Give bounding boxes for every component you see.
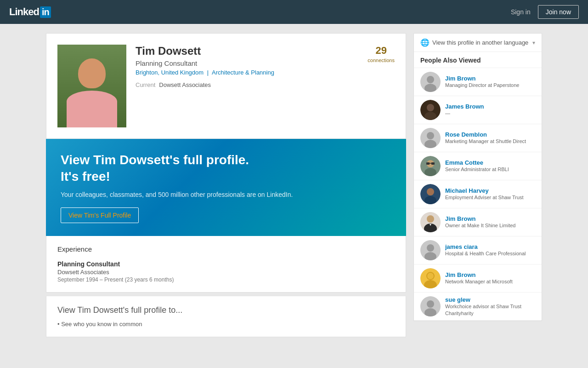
avatar	[420, 296, 441, 316]
job-title: Planning Consultant	[57, 260, 395, 268]
location-text: Brighton, United Kingdom	[136, 69, 204, 76]
industry-text: Architecture & Planning	[212, 69, 274, 76]
pipe-divider: |	[207, 69, 209, 76]
person-row[interactable]: Jim Brown Network Manager at Microsoft	[414, 264, 542, 293]
person-details: Emma Cottee Senior Administrator at RBLI	[445, 159, 535, 172]
person-description: —	[445, 110, 535, 116]
language-text: View this profile in another language	[432, 39, 530, 46]
person-row[interactable]: Jim Brown Managing Director at Paperston…	[414, 68, 542, 96]
svg-point-16	[427, 188, 434, 196]
svg-point-30	[427, 300, 434, 308]
main-container: Tim Dowsett Planning Consultant Brighton…	[41, 33, 547, 337]
sign-in-link[interactable]: Sign in	[511, 8, 531, 16]
current-job: Current Dowsett Associates	[136, 81, 395, 88]
profile-card: Tim Dowsett Planning Consultant Brighton…	[46, 33, 406, 139]
svg-rect-12	[431, 162, 435, 165]
person-description: Network Manager at Microsoft	[445, 278, 535, 285]
profile-photo	[57, 45, 126, 127]
person-description: Employment Adviser at Shaw Trust	[445, 194, 535, 201]
globe-icon: 🌐	[420, 38, 430, 47]
experience-section-title: Experience	[57, 245, 395, 253]
person-details: Jim Brown Managing Director at Paperston…	[445, 75, 535, 88]
avatar	[420, 72, 441, 92]
chevron-down-icon: ▾	[532, 40, 535, 46]
banner-title: View Tim Dowsett's full profile. It's fr…	[61, 152, 391, 185]
btn-part1: View Tim's	[68, 212, 101, 219]
header-nav: Sign in Join now	[511, 5, 579, 19]
language-bar[interactable]: 🌐 View this profile in another language …	[414, 34, 542, 52]
person-details: Rose Demblon Marketing Manager at Shuttl…	[445, 131, 535, 144]
person-name: Jim Brown	[445, 75, 535, 82]
current-company: Dowsett Associates	[159, 81, 211, 88]
person-description: Managing Director at Paperstone	[445, 82, 535, 88]
svg-point-7	[427, 132, 434, 139]
btn-highlight: Full Profile	[101, 212, 131, 219]
person-description: Workchoice advisor at Shaw Trust Charity…	[445, 303, 535, 316]
person-name: Rose Demblon	[445, 131, 535, 138]
avatar	[420, 240, 441, 260]
svg-point-28	[427, 273, 434, 279]
photo-head	[78, 58, 106, 88]
svg-point-1	[427, 76, 434, 83]
view-full-profile-button[interactable]: View Tim's Full Profile	[61, 207, 139, 223]
person-row[interactable]: james ciara Hospital & Health Care Profe…	[414, 236, 542, 264]
avatar	[420, 268, 441, 288]
person-row[interactable]: Jim Brown Owner at Make It Shine Limited	[414, 208, 542, 236]
person-name: James Brown	[445, 103, 535, 110]
current-label: Current	[136, 81, 155, 88]
profile-title: Planning Consultant	[136, 59, 274, 67]
header: Linkedin Sign in Join now	[0, 0, 588, 24]
svg-rect-11	[426, 162, 430, 165]
avatar	[420, 212, 441, 232]
teaser-card: View Tim Dowsett's full profile to... • …	[46, 296, 406, 337]
person-details: sue glew Workchoice advisor at Shaw Trus…	[445, 296, 535, 316]
person-description: Senior Administrator at RBLI	[445, 166, 535, 172]
person-row[interactable]: James Brown —	[414, 96, 542, 124]
right-column: 🌐 View this profile in another language …	[413, 33, 542, 337]
connections-number: 29	[368, 45, 395, 57]
banner-title-line2: It's free!	[61, 169, 110, 184]
avatar	[420, 156, 441, 176]
logo-text: Linked	[9, 6, 39, 18]
person-details: Jim Brown Owner at Make It Shine Limited	[445, 215, 535, 229]
view-profile-banner: View Tim Dowsett's full profile. It's fr…	[46, 139, 406, 236]
person-description: Marketing Manager at Shuttle Direct	[445, 138, 535, 144]
connections-badge: 29 connections	[368, 45, 395, 63]
svg-point-23	[427, 244, 434, 252]
job-dates: September 1994 – Present (23 years 6 mon…	[57, 276, 395, 283]
people-also-viewed-card: 🌐 View this profile in another language …	[413, 33, 542, 321]
person-name: Emma Cottee	[445, 159, 535, 166]
person-name: james ciara	[445, 243, 535, 250]
banner-subtitle: Your colleagues, classmates, and 500 mil…	[61, 191, 391, 198]
person-row[interactable]: sue glew Workchoice advisor at Shaw Trus…	[414, 293, 542, 321]
people-list: Jim Brown Managing Director at Paperston…	[414, 68, 542, 321]
teaser-title: View Tim Dowsett's full profile to...	[57, 305, 395, 315]
person-details: Michael Harvey Employment Adviser at Sha…	[445, 187, 535, 201]
avatar	[420, 128, 441, 148]
person-details: Jim Brown Network Manager at Microsoft	[445, 271, 535, 285]
profile-location: Brighton, United Kingdom | Architecture …	[136, 69, 274, 76]
person-description: Owner at Make It Shine Limited	[445, 222, 535, 229]
job-company: Dowsett Associates	[57, 269, 395, 276]
person-row[interactable]: Michael Harvey Employment Adviser at Sha…	[414, 180, 542, 208]
people-also-viewed-title: People Also Viewed	[414, 52, 542, 68]
profile-name: Tim Dowsett	[136, 45, 274, 58]
person-name: Jim Brown	[445, 215, 535, 222]
person-name: Jim Brown	[445, 271, 535, 278]
person-details: james ciara Hospital & Health Care Profe…	[445, 243, 535, 257]
person-name: Michael Harvey	[445, 187, 535, 194]
person-row[interactable]: Rose Demblon Marketing Manager at Shuttl…	[414, 124, 542, 152]
left-column: Tim Dowsett Planning Consultant Brighton…	[46, 33, 406, 337]
join-now-button[interactable]: Join now	[538, 5, 579, 19]
avatar	[420, 184, 441, 204]
avatar	[420, 100, 441, 120]
person-description: Hospital & Health Care Professional	[445, 250, 535, 257]
logo-in-badge: in	[40, 6, 51, 18]
banner-title-line1: View Tim Dowsett's full profile.	[61, 153, 249, 167]
person-row[interactable]: Emma Cottee Senior Administrator at RBLI	[414, 152, 542, 180]
person-name: sue glew	[445, 296, 535, 303]
connections-label: connections	[368, 58, 395, 63]
person-details: James Brown —	[445, 103, 535, 116]
svg-point-19	[427, 215, 434, 223]
svg-point-4	[427, 104, 434, 111]
